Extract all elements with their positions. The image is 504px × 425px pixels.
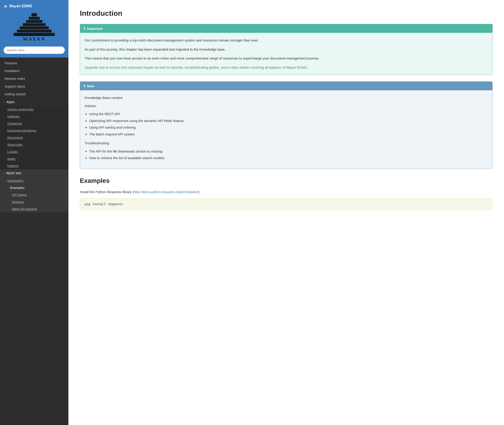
note-box: ℹ Note Knowledge Base content Articles: …: [80, 81, 493, 169]
brand-name: Mayan EDMS: [9, 4, 32, 8]
svg-text:MAYAN: MAYAN: [23, 36, 46, 42]
brand-link[interactable]: 🏠 Mayan EDMS: [4, 4, 32, 8]
article-item: Optimizing API responses using the dynam…: [89, 118, 488, 124]
rest-api-items: Introduction − Examples API Tokens Sessi…: [0, 177, 68, 212]
sidebar-item-mailer[interactable]: Mailer: [0, 155, 68, 162]
sidebar-item-locales[interactable]: Locales: [0, 148, 68, 155]
sidebar-item-checkouts[interactable]: Checkouts: [0, 120, 68, 127]
examples-subsection-header[interactable]: − Examples: [0, 184, 68, 191]
examples-label: Examples: [10, 186, 24, 189]
sidebar: 🏠 Mayan EDMS MAYAN Features: [0, 0, 68, 425]
sidebar-item-acl[interactable]: Access control lists: [0, 106, 68, 113]
note-header: ℹ Note: [80, 82, 492, 90]
svg-rect-3: [23, 23, 46, 26]
important-para1: Our commitment to providing a top-notch …: [85, 37, 488, 43]
troubleshooting-label: Troubleshooting:: [85, 140, 488, 146]
important-body: Our commitment to providing a top-notch …: [80, 33, 492, 75]
sidebar-item-introduction[interactable]: Introduction: [0, 177, 68, 184]
mayan-logo: MAYAN: [14, 11, 55, 43]
sidebar-item-getting-started[interactable]: Getting started: [0, 90, 68, 98]
article-item: Using API sorting and ordering: [89, 125, 488, 130]
logo-container: MAYAN: [14, 11, 55, 43]
main-content: Introduction ℹ Important Our commitment …: [68, 0, 504, 425]
sidebar-header: 🏠 Mayan EDMS MAYAN: [0, 0, 68, 57]
sidebar-item-cabinets[interactable]: Cabinets: [0, 113, 68, 120]
sidebar-item-platform[interactable]: Platform: [0, 162, 68, 169]
sidebar-item-features[interactable]: Features: [0, 59, 68, 67]
examples-collapse-icon: −: [7, 186, 9, 189]
important-header: ℹ Important: [80, 24, 492, 33]
important-box: ℹ Important Our commitment to providing …: [80, 24, 493, 75]
svg-rect-2: [26, 20, 42, 23]
examples-title: Examples: [80, 177, 493, 185]
apps-section-header[interactable]: − Apps: [0, 98, 68, 106]
code-content: pip install requests: [85, 202, 123, 206]
apps-collapse-icon: −: [4, 100, 5, 103]
python-requests-link[interactable]: http://docs.python-requests.org/en/maste…: [134, 190, 198, 194]
important-para2: As part of this journey, this chapter ha…: [85, 46, 488, 53]
sidebar-nav: Features Installation Release notes Supp…: [0, 57, 68, 214]
sidebar-item-smart-links[interactable]: Smart links: [0, 141, 68, 148]
svg-rect-5: [17, 30, 52, 32]
important-icon: ℹ: [84, 27, 85, 31]
search-input[interactable]: [4, 46, 65, 54]
troubleshooting-list: The API for the file downloads section i…: [89, 148, 488, 161]
code-block: pip install requests: [80, 198, 493, 210]
troubleshooting-item: How to retrieve the list of available se…: [89, 155, 488, 161]
svg-rect-4: [20, 27, 49, 29]
important-upgrade: Upgrade now to access this improved chap…: [85, 65, 488, 70]
rest-api-section-header[interactable]: − REST API: [0, 169, 68, 177]
articles-label: Articles:: [85, 103, 488, 109]
examples-intro: Install the Python Requests library (htt…: [80, 189, 493, 195]
troubleshooting-item: The API for the file downloads section i…: [89, 148, 488, 154]
articles-list: Using the REST API Optimizing API respon…: [89, 111, 488, 137]
sidebar-item-installation[interactable]: Installation: [0, 67, 68, 75]
sidebar-item-doc-signatures[interactable]: Document signatures: [0, 127, 68, 134]
important-label: Important: [87, 27, 103, 31]
svg-rect-6: [14, 33, 55, 36]
sidebar-item-batch-api-requests[interactable]: Batch API requests: [0, 206, 68, 212]
rest-api-collapse-icon: −: [4, 172, 5, 175]
sidebar-item-api-tokens[interactable]: API Tokens: [0, 191, 68, 198]
sidebar-item-sessions[interactable]: Sessions: [0, 198, 68, 206]
home-icon: 🏠: [4, 4, 7, 8]
article-item: The batch request API system: [89, 131, 488, 137]
svg-rect-0: [32, 13, 37, 16]
note-body: Knowledge Base content Articles: Using t…: [80, 90, 492, 169]
note-label: Note: [87, 84, 94, 88]
sidebar-item-release-notes[interactable]: Release notes: [0, 75, 68, 83]
svg-rect-1: [29, 17, 40, 20]
page-title: Introduction: [80, 9, 493, 18]
apps-label: Apps: [7, 100, 14, 104]
article-item: Using the REST API: [89, 111, 488, 117]
upgrade-link[interactable]: Upgrade now to access this improved chap…: [85, 66, 308, 69]
kb-label: Knowledge Base content: [85, 95, 488, 101]
sidebar-item-documents[interactable]: Documents: [0, 134, 68, 141]
sidebar-item-support-status[interactable]: Support status: [0, 83, 68, 90]
note-icon: ℹ: [84, 84, 85, 88]
rest-api-label: REST API: [7, 172, 21, 175]
important-para3: This means that you now have access to a…: [85, 55, 488, 61]
